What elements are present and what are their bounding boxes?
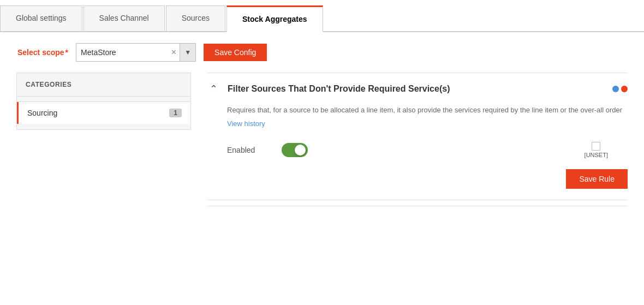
enabled-row: Enabled [UNSET] bbox=[207, 136, 628, 169]
scope-row: Select scope* MetaStore × ▼ Save Config bbox=[0, 32, 644, 73]
rule-header: ⌃ Filter Sources That Don't Provide Requ… bbox=[207, 73, 628, 105]
save-rule-row: Save Rule bbox=[207, 169, 628, 200]
scope-clear-button[interactable]: × bbox=[168, 47, 180, 57]
toggle-switch[interactable] bbox=[282, 143, 308, 157]
save-config-button[interactable]: Save Config bbox=[204, 44, 267, 61]
view-history-link[interactable]: View history bbox=[227, 119, 265, 128]
rule-title: Filter Sources That Don't Provide Requir… bbox=[228, 84, 605, 94]
toggle-thumb bbox=[295, 145, 306, 156]
tab-global-settings[interactable]: Global settings bbox=[0, 5, 82, 31]
unset-label: [UNSET] bbox=[585, 152, 608, 158]
tab-sales-channel[interactable]: Sales Channel bbox=[84, 5, 165, 31]
sidebar-item-sourcing[interactable]: Sourcing 1 bbox=[17, 102, 190, 124]
blue-dot bbox=[612, 86, 619, 92]
scope-select[interactable]: MetaStore × ▼ bbox=[76, 43, 196, 62]
sidebar-footer-spacer bbox=[17, 124, 190, 129]
tab-bar: Global settings Sales Channel Sources St… bbox=[0, 0, 644, 32]
tab-stock-aggregates[interactable]: Stock Aggregates bbox=[226, 5, 323, 32]
save-rule-button[interactable]: Save Rule bbox=[566, 169, 628, 189]
sidebar-item-label: Sourcing bbox=[27, 109, 169, 117]
rule-card: ⌃ Filter Sources That Don't Provide Requ… bbox=[207, 73, 628, 200]
enabled-label: Enabled bbox=[227, 146, 271, 154]
rule-dots bbox=[612, 86, 628, 92]
scope-label: Select scope* bbox=[16, 48, 68, 57]
sidebar-item-badge: 1 bbox=[169, 109, 182, 117]
toggle-track[interactable] bbox=[282, 143, 308, 157]
tab-sources[interactable]: Sources bbox=[166, 5, 225, 31]
sidebar-spacer bbox=[17, 97, 190, 102]
sidebar-header: CATEGORIES bbox=[17, 73, 190, 97]
collapse-button[interactable]: ⌃ bbox=[207, 83, 220, 95]
scope-dropdown-button[interactable]: ▼ bbox=[180, 44, 195, 61]
scope-select-value: MetaStore bbox=[76, 48, 168, 57]
sidebar: CATEGORIES Sourcing 1 bbox=[16, 73, 191, 130]
rule-bottom-divider bbox=[207, 206, 628, 206]
unset-checkbox[interactable] bbox=[592, 142, 600, 151]
content-area: ⌃ Filter Sources That Don't Provide Requ… bbox=[191, 73, 644, 291]
unset-area: [UNSET] bbox=[585, 142, 608, 158]
main-layout: CATEGORIES Sourcing 1 ⌃ Filter Sources T… bbox=[0, 73, 644, 291]
rule-description: Requires that, for a source to be alloca… bbox=[207, 105, 628, 119]
orange-dot bbox=[621, 86, 628, 92]
